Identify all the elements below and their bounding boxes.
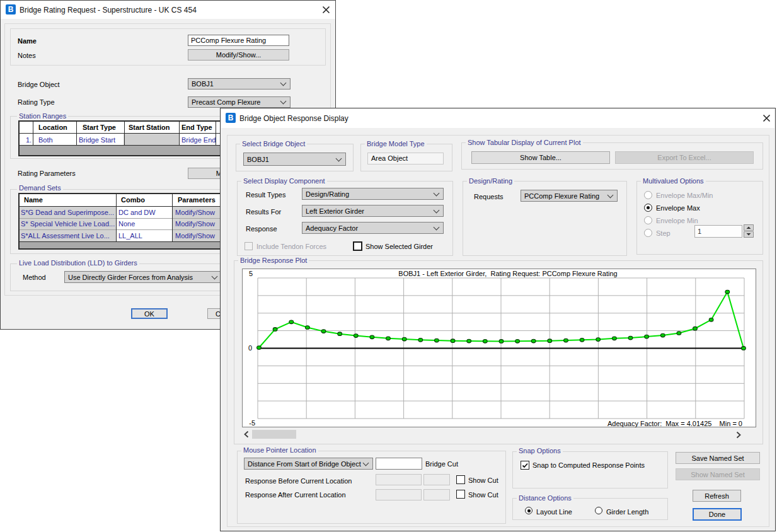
svg-text:BOBJ1 - Left Exterior Girder,: BOBJ1 - Left Exterior Girder, Rating Req… — [398, 270, 617, 277]
svg-text:5: 5 — [249, 270, 253, 277]
svg-text:-5: -5 — [249, 419, 255, 427]
svg-text:0: 0 — [248, 344, 252, 352]
svg-text:Adequacy Factor: Max = 4.0142: Adequacy Factor: Max = 4.01425 Min = 0 — [607, 420, 742, 427]
